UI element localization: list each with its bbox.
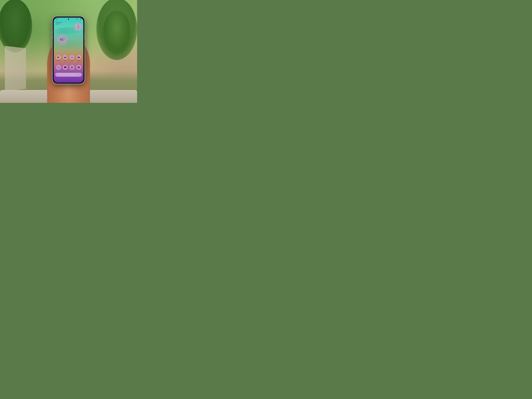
app-item-gmail[interactable]: Gmail [63,55,68,61]
clock-12: 12 [77,24,78,25]
battery-level: 94% [80,19,82,19]
gmail-icon[interactable] [63,55,68,60]
dock-chrome-icon[interactable] [70,65,75,70]
photos-label: Photos [71,60,73,61]
battery-icon: 🔋 [78,19,80,19]
svg-point-4 [71,67,72,68]
photos-icon[interactable] [70,55,74,60]
svg-point-0 [72,57,72,57]
lens-icon[interactable]: ⊙ [80,74,81,76]
dock-messages-icon[interactable] [63,65,68,70]
clock-minute-hand [78,27,79,29]
photos-svg [71,56,73,58]
phone-svg [57,66,60,69]
sidewalk [5,46,26,91]
app-item-photos[interactable]: Photos [70,55,74,61]
svg-line-7 [71,67,72,67]
youtube-svg [77,56,80,58]
date-weather-widget: Thu, Apr 4 ☁ 60°F [56,22,62,25]
play-store-svg [57,56,60,58]
volume-up-button[interactable] [52,30,53,34]
gmail-label: Gmail [64,60,66,61]
clock-3: 3 [81,26,81,27]
cloud-icon: ☁ [56,24,57,25]
clock-center [78,26,78,27]
chrome-svg [71,66,73,69]
temperature-display: 61° [60,38,65,41]
status-time: 2:13 [55,19,57,19]
play-store-label: Play Store [57,60,60,61]
phone-screen: 2:13 ✦ 🔕 ▾ 🔋 94% Thu, Apr 4 ☁ 60°F [54,18,83,82]
date-label: Thu, Apr 4 [56,22,62,23]
youtube-label: YouTube [77,60,80,61]
dock-row [54,65,83,70]
clock-face: 12 3 6 9 [75,24,81,30]
app-item-youtube[interactable]: YouTube [76,55,81,61]
dock-phone-icon[interactable] [56,65,61,70]
camera-svg [77,66,80,69]
app-item-play-store[interactable]: Play Store [56,55,61,61]
clock-6: 6 [78,29,78,30]
weather-temp: 60°F [57,24,59,25]
tree-right2 [103,11,131,54]
home-indicator[interactable] [65,81,72,81]
svg-line-8 [72,67,72,67]
status-signal-icon: ✦ [57,19,58,19]
clock-widget[interactable]: 12 3 6 9 [74,23,82,31]
gmail-svg [64,56,66,58]
dock-camera-icon[interactable] [76,65,81,70]
wifi-icon: ▾ [78,19,78,19]
weather-bubble[interactable]: 61° [57,34,68,45]
svg-point-10 [78,67,79,68]
mic-icon[interactable]: 🎤 [77,74,79,76]
phone: 2:13 ✦ 🔕 ▾ 🔋 94% Thu, Apr 4 ☁ 60°F [52,16,85,84]
phone-wrapper: 2:13 ✦ 🔕 ▾ 🔋 94% Thu, Apr 4 ☁ 60°F [52,16,85,84]
power-button[interactable] [84,33,85,40]
camera-hole [68,19,69,20]
volume-down-button[interactable] [52,35,53,39]
weather-label: ☁ 60°F [56,24,62,25]
mute-icon: 🔕 [76,19,77,19]
messages-svg [64,66,66,69]
youtube-icon[interactable] [76,55,81,60]
status-left: 2:13 ✦ [55,19,58,19]
app-row: Play Store Gmail [54,55,83,61]
google-logo: G [56,74,57,76]
status-right: 🔕 ▾ 🔋 94% [76,19,82,19]
search-bar[interactable]: G 🎤 ⊙ [55,73,82,76]
clock-9: 9 [75,26,75,27]
play-store-icon[interactable] [56,55,61,60]
